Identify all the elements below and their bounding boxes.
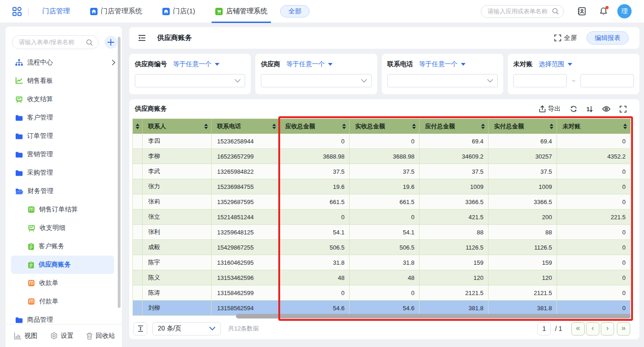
apps-grid-icon[interactable]: [12, 7, 22, 16]
pager-prev-button[interactable]: ‹: [586, 322, 599, 336]
column-sorter-icon[interactable]: [623, 124, 627, 129]
contacts-icon[interactable]: [577, 7, 586, 16]
row-cell: 0: [557, 255, 631, 270]
row-cell: 506.5: [350, 240, 420, 255]
header-cell-3[interactable]: 实收总金额: [350, 119, 420, 134]
topbar-tab-4[interactable]: 店铺管理系统: [212, 0, 271, 23]
row-cell: 30257: [489, 149, 557, 164]
filter-select[interactable]: [135, 74, 245, 87]
table-row-8[interactable]: 陈宇1316046259531.831.81591590: [132, 255, 631, 270]
sort-button[interactable]: 1: [586, 105, 593, 113]
header-cell-0[interactable]: 联系人: [143, 119, 212, 134]
sidebar-item-5[interactable]: 营销管理: [6, 145, 122, 164]
sidebar-item-8[interactable]: 销售订单结算: [6, 200, 122, 219]
table-fullscreen-button[interactable]: [620, 106, 627, 113]
edit-report-button[interactable]: 编辑报表: [586, 31, 629, 45]
add-form-button[interactable]: [104, 36, 117, 49]
fullscreen-button[interactable]: 全屏: [554, 34, 577, 42]
table-row-0[interactable]: 李四152362589440069.469.40: [132, 134, 631, 149]
range-max-input[interactable]: [581, 74, 634, 87]
row-cell: 37.5: [280, 164, 350, 179]
sidebar-item-11[interactable]: 供应商账务: [11, 256, 114, 274]
sidebar-item-6[interactable]: 采购管理: [6, 164, 122, 182]
sidebar-search-input[interactable]: 请输入表单/报表名称: [12, 35, 99, 49]
header-cell-1[interactable]: 联系电话: [212, 119, 280, 134]
table-row-3[interactable]: 张力1523698475519.619.6100910090: [132, 179, 631, 194]
column-sorter-icon[interactable]: [342, 124, 346, 129]
sidebar-footer-label: 回收站: [96, 332, 115, 340]
header-cell-2[interactable]: 应收总金额: [280, 119, 350, 134]
row-cell: 0: [557, 285, 631, 301]
column-sorter-icon[interactable]: [481, 124, 485, 129]
filter-select[interactable]: [387, 74, 498, 87]
sidebar-item-2[interactable]: 收支结算: [6, 90, 122, 108]
visibility-button[interactable]: [602, 106, 610, 112]
row-cell: 张莉: [143, 194, 212, 210]
table-row-5[interactable]: 张立1521485124400421.5200221.5: [132, 210, 631, 225]
table-row-4[interactable]: 张莉13529687595661.5661.53366.53366.50: [132, 194, 631, 210]
topbar-tab-2[interactable]: 门店管理系统: [86, 0, 146, 23]
table-row-2[interactable]: 李武1326598482237.537.537.537.50: [132, 164, 631, 179]
all-apps-button[interactable]: 全部: [280, 5, 310, 17]
sidebar-scrollbar[interactable]: [118, 37, 121, 308]
header-cell-4[interactable]: 应付总金额: [420, 119, 489, 134]
filter-label: 未对账: [513, 60, 533, 68]
header-cell-5[interactable]: 实付总金额: [489, 119, 557, 134]
range-min-input[interactable]: [513, 74, 567, 87]
sidebar-item-4[interactable]: 订单管理: [6, 127, 122, 145]
sidebar-footer-recycle-bin[interactable]: 回收站: [86, 332, 115, 340]
header-cell-6[interactable]: 未对账: [557, 119, 631, 134]
row-height-toggle-button[interactable]: [133, 322, 147, 336]
page-number-input[interactable]: 1: [537, 322, 551, 336]
table-row-6[interactable]: 张利1325964812554.154.188880: [132, 225, 631, 240]
table-toolbar: 导出 1: [539, 105, 627, 113]
pager-next-button[interactable]: ›: [601, 322, 614, 336]
table-row-10[interactable]: 陈涛13158462599002121.52121.50: [132, 285, 631, 301]
menu-fold-icon[interactable]: [138, 34, 146, 41]
horizontal-scrollbar[interactable]: [236, 314, 631, 319]
caret-down-icon[interactable]: [215, 63, 219, 66]
refresh-button[interactable]: [570, 105, 577, 113]
filter-operator[interactable]: 等于任意一个: [173, 60, 212, 68]
row-cell: 19.6: [350, 179, 420, 194]
caret-down-icon[interactable]: [461, 63, 466, 66]
table-row-7[interactable]: 成毅15429867255506.5506.51126.51126.50: [132, 240, 631, 255]
global-search-input[interactable]: 请输入应用或表单名称: [481, 5, 564, 18]
sidebar-item-10[interactable]: 客户账务: [6, 237, 122, 256]
column-sorter-icon[interactable]: [272, 124, 276, 129]
page-size-select[interactable]: 20 条/页: [152, 322, 221, 336]
caret-down-icon[interactable]: [568, 63, 572, 66]
bell-icon[interactable]: [599, 7, 608, 16]
filter-select[interactable]: [261, 74, 371, 87]
column-sorter-icon[interactable]: [550, 124, 553, 129]
topbar-tab-1[interactable]: 门店管理: [39, 0, 74, 23]
column-sorter-icon[interactable]: [136, 124, 139, 129]
row-cell: 69.4: [420, 134, 489, 149]
pager-last-button[interactable]: »: [617, 322, 630, 336]
sitemap-icon: [15, 59, 23, 66]
sidebar-item-12[interactable]: 收款单: [6, 274, 122, 292]
sidebar-item-7[interactable]: 财务管理: [6, 182, 122, 200]
column-sorter-icon[interactable]: [204, 124, 208, 129]
table-row-9[interactable]: 陈义1315346259648481201200: [132, 270, 631, 285]
table-row-1[interactable]: 李柳165236572993688.983688.9834609.2302574…: [132, 149, 631, 164]
sidebar-item-3[interactable]: 客户管理: [6, 108, 122, 127]
pager-first-button[interactable]: «: [571, 322, 585, 336]
sidebar-item-1[interactable]: 销售看板: [6, 72, 122, 90]
sidebar-item-13[interactable]: 付款单: [6, 292, 122, 311]
table-header-row: 联系人联系电话应收总金额实收总金额应付总金额实付总金额未对账: [132, 119, 631, 134]
topbar-tab-3[interactable]: 门店(1): [159, 0, 199, 23]
filter-operator[interactable]: 选择范围: [539, 60, 564, 68]
sidebar-footer-settings[interactable]: 设置: [50, 332, 74, 340]
row-cell: 0: [350, 134, 420, 149]
caret-down-icon[interactable]: [328, 63, 333, 66]
avatar[interactable]: 理: [617, 4, 632, 18]
sidebar-item-0[interactable]: 流程中心: [6, 53, 122, 72]
filter-operator[interactable]: 等于任意一个: [286, 60, 325, 68]
sidebar-item-9[interactable]: 收支明细: [6, 219, 122, 237]
chevron-right-icon: [112, 60, 115, 65]
sidebar-footer-views[interactable]: 视图: [14, 332, 37, 340]
column-sorter-icon[interactable]: [412, 124, 416, 129]
filter-operator[interactable]: 等于任意一个: [419, 60, 458, 68]
export-button[interactable]: 导出: [539, 105, 561, 113]
